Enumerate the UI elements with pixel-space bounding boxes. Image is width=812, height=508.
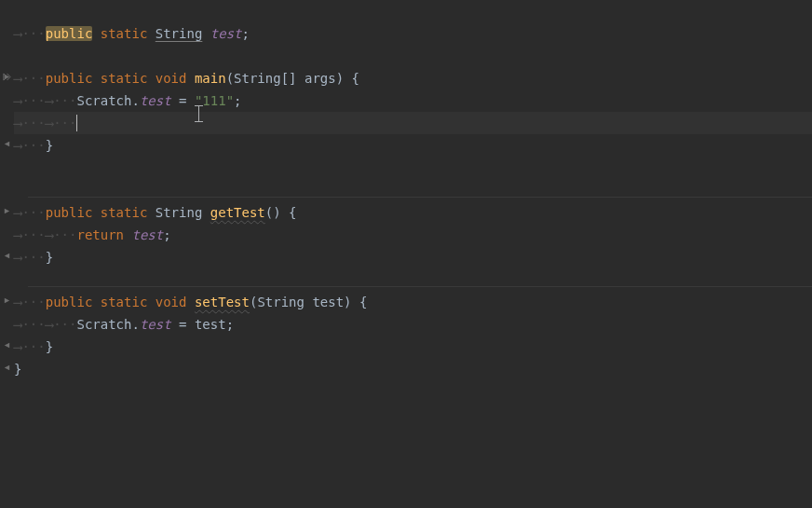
code-line[interactable]: ⟶···} <box>14 336 812 358</box>
code-line[interactable]: ⟶···public static String test; <box>14 22 812 45</box>
code-line[interactable]: ⟶···} <box>14 246 812 268</box>
code-line[interactable]: ⟶···public static String getTest() { <box>14 201 812 224</box>
code-area[interactable]: ⟶···public static String test; ⟶···publi… <box>14 0 812 508</box>
fold-open-icon[interactable] <box>0 67 14 86</box>
code-line[interactable]: ⟶···⟶···return test; <box>14 224 812 246</box>
code-line[interactable] <box>14 45 812 67</box>
text-caret <box>76 115 77 131</box>
fold-open-icon[interactable] <box>0 291 14 309</box>
fold-open-icon[interactable] <box>0 201 14 220</box>
code-line[interactable]: ⟶···⟶···Scratch.test = test; <box>14 313 812 336</box>
code-line[interactable]: ⟶···public static void setTest(String te… <box>14 291 812 313</box>
code-line[interactable] <box>14 179 812 201</box>
code-line[interactable] <box>14 268 812 291</box>
keyword-public: public <box>46 26 93 41</box>
fold-close-icon[interactable] <box>0 358 14 377</box>
code-line[interactable]: ⟶···⟶···Scratch.test = "111"; <box>14 89 812 112</box>
fold-close-icon[interactable] <box>0 336 14 354</box>
code-line[interactable]: ⟶···public static void main(String[] arg… <box>14 67 812 89</box>
gutter <box>0 0 14 508</box>
code-line[interactable]: ⟶···} <box>14 134 812 157</box>
code-line[interactable] <box>14 157 812 179</box>
code-line[interactable]: } <box>14 358 812 380</box>
fold-close-icon[interactable] <box>0 134 14 153</box>
code-line-current[interactable]: ⟶···⟶··· <box>14 112 812 134</box>
code-editor[interactable]: ⟶···public static String test; ⟶···publi… <box>0 0 812 508</box>
fold-close-icon[interactable] <box>0 246 14 265</box>
